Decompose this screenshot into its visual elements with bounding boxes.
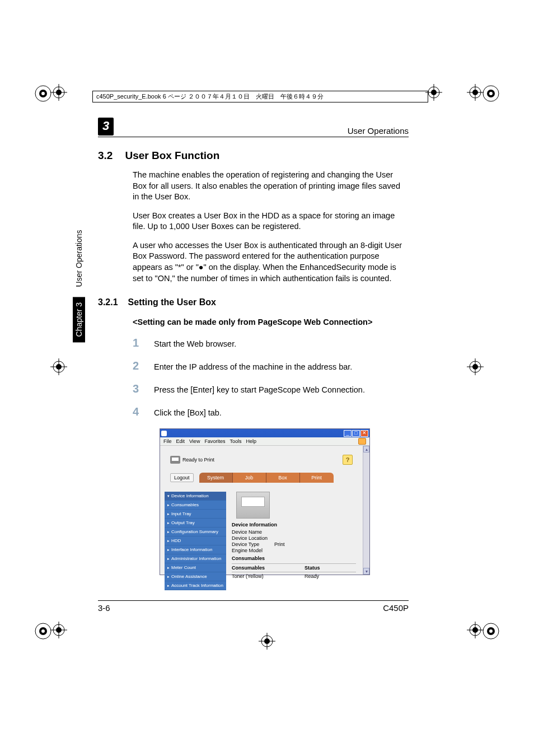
paragraph: User Box creates a User Box in the HDD a…: [133, 211, 409, 232]
sidebar-item-device-information[interactable]: ▾Device Information: [165, 492, 226, 501]
registration-mark: [50, 84, 67, 101]
close-button[interactable]: ✕: [360, 430, 368, 437]
label-device-location: Device Location: [232, 535, 274, 541]
crop-dot: [481, 622, 500, 643]
cell-consumable: Toner (Yellow): [232, 573, 305, 579]
menu-help[interactable]: Help: [246, 438, 256, 444]
chevron-right-icon: ▸: [167, 575, 170, 579]
value-device-type: Print: [274, 542, 285, 547]
label-engine-model: Engine Model: [232, 548, 274, 553]
paragraph: A user who accesses the User Box is auth…: [133, 240, 409, 284]
svg-point-5: [489, 92, 493, 95]
logout-button[interactable]: Logout: [170, 473, 194, 482]
section-title: 3.2 User Box Function: [98, 150, 409, 162]
registration-mark: [467, 84, 484, 101]
step-4: 4 Click the [Box] tab.: [133, 405, 409, 418]
side-tab: Chapter 3 User Operations: [73, 230, 85, 342]
chevron-right-icon: ▸: [167, 539, 170, 543]
printer-icon: [170, 456, 180, 464]
device-info-head: Device Information: [232, 522, 356, 528]
crop-dot: [481, 84, 500, 105]
browser-menubar: File Edit View Favorites Tools Help: [160, 437, 369, 446]
section-name: User Box Function: [125, 150, 219, 162]
chevron-right-icon: ▸: [167, 512, 170, 516]
registration-mark: [259, 633, 275, 650]
device-image-icon: [236, 492, 270, 519]
sidebar-item-admin-info[interactable]: ▸Administrator Information: [165, 554, 226, 563]
step-number: 2: [133, 360, 142, 372]
side-tab-section: User Operations: [74, 230, 83, 287]
tab-job[interactable]: Job: [233, 473, 266, 483]
col-status: Status: [305, 565, 338, 571]
maximize-button[interactable]: □: [352, 430, 360, 437]
step-text: Start the Web browser.: [154, 339, 236, 348]
menu-view[interactable]: View: [189, 438, 200, 444]
page-footer: 3-6 C450P: [98, 600, 409, 613]
crop-dot: [34, 84, 53, 105]
registration-mark: [467, 358, 484, 375]
subsection-number: 3.2.1: [98, 297, 118, 307]
instruction-title: <Setting can be made only from PageScope…: [133, 318, 409, 326]
app-icon: [161, 431, 167, 436]
table-row: Toner (Yellow) Ready: [232, 572, 356, 580]
consumables-head: Consumables: [232, 556, 356, 561]
sidebar-item-interface-info[interactable]: ▸Interface Information: [165, 545, 226, 554]
footer-right: C450P: [383, 603, 409, 613]
sidebar-item-account-track[interactable]: ▸Account Track Information: [165, 581, 226, 590]
footer-left: 3-6: [98, 603, 110, 613]
menu-file[interactable]: File: [163, 438, 172, 444]
chevron-right-icon: ▸: [167, 530, 170, 534]
running-head-right: User Operations: [348, 126, 409, 136]
sidebar-item-input-tray[interactable]: ▸Input Tray: [165, 510, 226, 519]
sidebar-item-output-tray[interactable]: ▸Output Tray: [165, 519, 226, 528]
registration-mark: [467, 622, 484, 638]
crop-dot: [34, 622, 53, 643]
tab-system[interactable]: System: [199, 473, 233, 483]
running-head: 3 User Operations: [98, 118, 409, 137]
registration-mark: [50, 358, 67, 375]
embedded-screenshot: _ □ ✕ File Edit View Favorites Tools Hel…: [160, 428, 370, 575]
label-device-type: Device Type: [232, 542, 274, 547]
cell-status: Ready: [305, 573, 338, 579]
paragraph: The machine enables the operation of reg…: [133, 170, 409, 203]
status-text: Ready to Print: [182, 457, 214, 463]
help-icon[interactable]: ?: [343, 455, 353, 465]
step-number: 3: [133, 382, 142, 395]
tab-box[interactable]: Box: [266, 473, 300, 483]
sidebar: ▾Device Information ▸Consumables ▸Input …: [165, 492, 226, 590]
section-number: 3.2: [98, 150, 113, 162]
scroll-down-icon[interactable]: ▾: [363, 568, 369, 575]
sidebar-item-online-assistance[interactable]: ▸Online Assistance: [165, 572, 226, 581]
svg-point-2: [41, 92, 45, 95]
scrollbar[interactable]: ▴ ▾: [363, 446, 369, 575]
sidebar-item-consumables[interactable]: ▸Consumables: [165, 501, 226, 510]
step-text: Press the [Enter] key to start PageScope…: [154, 385, 365, 394]
tab-print[interactable]: Print: [300, 473, 334, 483]
col-consumables: Consumables: [232, 565, 305, 571]
sidebar-item-meter-count[interactable]: ▸Meter Count: [165, 563, 226, 572]
sidebar-item-config-summary[interactable]: ▸Configuration Summary: [165, 528, 226, 536]
sidebar-item-hdd[interactable]: ▸HDD: [165, 536, 226, 545]
chevron-right-icon: ▸: [167, 584, 170, 588]
scroll-up-icon[interactable]: ▴: [363, 446, 369, 452]
step-3: 3 Press the [Enter] key to start PageSco…: [133, 382, 409, 395]
main-pane: Device Information Device Name Device Lo…: [232, 492, 358, 590]
chevron-right-icon: ▸: [167, 557, 170, 561]
subsection-title: 3.2.1 Setting the User Box: [98, 297, 409, 307]
browser-logo-icon: [358, 438, 366, 445]
minimize-button[interactable]: _: [344, 430, 352, 437]
menu-tools[interactable]: Tools: [229, 438, 241, 444]
svg-point-8: [41, 629, 45, 633]
registration-mark: [50, 622, 67, 638]
step-2: 2 Enter the IP address of the machine in…: [133, 360, 409, 372]
subsection-name: Setting the User Box: [128, 297, 216, 307]
side-tab-chapter: Chapter 3: [73, 297, 85, 342]
menu-edit[interactable]: Edit: [176, 438, 185, 444]
svg-point-11: [489, 629, 493, 633]
chevron-down-icon: ▾: [167, 494, 170, 498]
chevron-right-icon: ▸: [167, 566, 170, 570]
menu-favorites[interactable]: Favorites: [204, 438, 225, 444]
label-device-name: Device Name: [232, 529, 274, 535]
step-number: 1: [133, 337, 142, 349]
step-1: 1 Start the Web browser.: [133, 337, 409, 349]
